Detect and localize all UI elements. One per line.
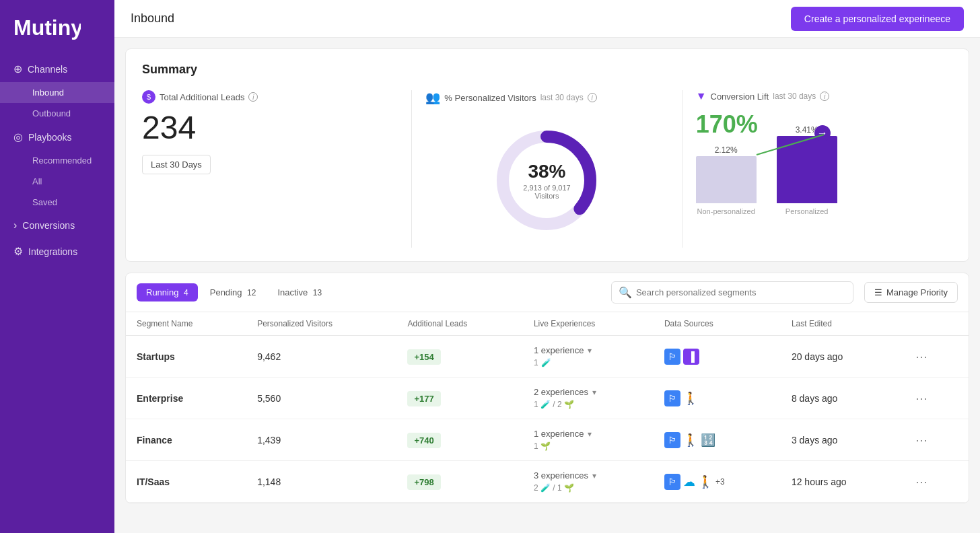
segment-name-startups: Startups bbox=[137, 351, 175, 362]
search-input[interactable] bbox=[636, 287, 846, 297]
sidebar-item-inbound-label: Inbound bbox=[32, 87, 64, 98]
ds-icon-flag-3: 🏳 bbox=[664, 432, 680, 448]
non-personalized-bar bbox=[696, 156, 757, 203]
search-box[interactable]: 🔍 bbox=[611, 281, 853, 304]
metric-personalized-label: 👥 % Personalized Visitors last 30 days i bbox=[425, 90, 668, 105]
sidebar-item-playbooks-label: Playbooks bbox=[28, 132, 72, 143]
tab-inactive[interactable]: Inactive 13 bbox=[268, 283, 331, 301]
tab-running[interactable]: Running 4 bbox=[137, 283, 198, 301]
last-edited-startups: 20 days ago bbox=[781, 336, 900, 378]
table-row: Finance 1,439 +740 1 experience ▾ 1 🌱 bbox=[126, 419, 969, 461]
donut-sub: 2,913 of 9,017 Visitors bbox=[518, 184, 575, 200]
col-live-experiences: Live Experiences bbox=[523, 312, 654, 336]
exp-startups: 1 experience ▾ 1 🧪 bbox=[534, 345, 643, 367]
col-data-sources: Data Sources bbox=[654, 312, 781, 336]
info-icon-3: i bbox=[820, 92, 829, 101]
sidebar-item-inbound[interactable]: Inbound bbox=[0, 82, 114, 103]
ds-icon-person: 🚶 bbox=[683, 391, 698, 406]
info-icon: i bbox=[248, 92, 258, 102]
ds-icon-flag: 🏳 bbox=[664, 349, 680, 365]
channels-icon: ⊕ bbox=[13, 63, 22, 75]
donut-chart: 38% 2,913 of 9,017 Visitors bbox=[425, 113, 668, 248]
list-icon: ☰ bbox=[874, 287, 882, 297]
summary-section: Summary $ Total Additional Leads i 234 L… bbox=[125, 48, 969, 262]
last-edited-itsaas: 12 hours ago bbox=[781, 461, 900, 503]
ds-icon-flag-4: 🏳 bbox=[664, 474, 680, 490]
non-p-label: Non-personalized bbox=[697, 207, 755, 215]
tab-pending[interactable]: Pending 12 bbox=[201, 283, 266, 301]
segments-table: Segment Name Personalized Visitors Addit… bbox=[126, 312, 969, 503]
manage-priority-button[interactable]: ☰ Manage Priority bbox=[864, 282, 958, 303]
ds-itsaas: 🏳 ☁ 🚶 +3 bbox=[664, 474, 770, 490]
people-icon: 👥 bbox=[425, 90, 440, 105]
summary-metrics: $ Total Additional Leads i 234 Last 30 D… bbox=[142, 90, 952, 248]
date-sub: last 30 days bbox=[540, 93, 584, 102]
donut-percentage: 38% bbox=[518, 161, 575, 182]
last-edited-enterprise: 8 days ago bbox=[781, 378, 900, 419]
exp-itsaas: 3 experiences ▾ 2 🧪 / 1 🌱 bbox=[534, 470, 643, 493]
visitors-enterprise: 5,560 bbox=[246, 378, 396, 419]
chevron-down-icon-3: ▾ bbox=[588, 429, 592, 439]
ds-icon-extra: 🔢 bbox=[701, 433, 715, 448]
leads-itsaas: +798 bbox=[407, 474, 440, 490]
leads-enterprise: +177 bbox=[407, 391, 440, 406]
last-edited-finance: 3 days ago bbox=[781, 419, 900, 461]
sidebar-item-recommended[interactable]: Recommended bbox=[0, 150, 114, 171]
plus-count: +3 bbox=[715, 477, 725, 487]
more-button-enterprise[interactable]: ⋯ bbox=[910, 388, 933, 408]
metric-conversion-lift: ▼ Conversion Lift last 30 days i 170% 2.… bbox=[682, 90, 952, 248]
col-segment-name: Segment Name bbox=[126, 312, 246, 336]
ds-icon-flag-2: 🏳 bbox=[664, 390, 680, 406]
visitors-finance: 1,439 bbox=[246, 419, 396, 461]
total-leads-value: 234 bbox=[142, 112, 398, 144]
more-button-startups[interactable]: ⋯ bbox=[910, 347, 933, 367]
donut-center: 38% 2,913 of 9,017 Visitors bbox=[518, 161, 575, 200]
ds-icon-person-3: 🚶 bbox=[698, 474, 713, 489]
create-experience-button[interactable]: Create a personalized experineece bbox=[791, 7, 964, 31]
summary-title: Summary bbox=[142, 63, 952, 77]
filter-icon: ▼ bbox=[696, 90, 707, 102]
sidebar-item-outbound[interactable]: Outbound bbox=[0, 103, 114, 124]
ds-icon-salesforce: ☁ bbox=[683, 474, 695, 489]
non-p-pct: 2.12% bbox=[715, 145, 738, 155]
col-personalized-visitors: Personalized Visitors bbox=[246, 312, 396, 336]
lift-date-sub: last 30 days bbox=[773, 92, 816, 101]
ds-enterprise: 🏳 🚶 bbox=[664, 390, 770, 406]
segment-name-itsaas: IT/Saas bbox=[137, 476, 170, 487]
ds-icon-person-2: 🚶 bbox=[683, 433, 698, 448]
metric-total-leads-label: $ Total Additional Leads i bbox=[142, 90, 398, 104]
svg-text:Mutiny: Mutiny bbox=[13, 15, 81, 40]
sidebar-item-playbooks[interactable]: ◎ Playbooks bbox=[0, 124, 114, 150]
sidebar-item-channels[interactable]: ⊕ Channels bbox=[0, 56, 114, 82]
leads-finance: +740 bbox=[407, 433, 440, 448]
sidebar-item-all[interactable]: All bbox=[0, 171, 114, 192]
table-row: Enterprise 5,560 +177 2 experiences ▾ 1 … bbox=[126, 378, 969, 419]
exp-enterprise: 2 experiences ▾ 1 🧪 / 2 🌱 bbox=[534, 387, 643, 409]
last-30-days-button[interactable]: Last 30 Days bbox=[142, 155, 211, 174]
sidebar-item-outbound-label: Outbound bbox=[32, 108, 71, 118]
segments-toolbar: Running 4 Pending 12 Inactive 13 🔍 ☰ Man… bbox=[126, 273, 969, 312]
leads-startups: +154 bbox=[407, 349, 440, 365]
metric-conversion-label: ▼ Conversion Lift last 30 days i bbox=[696, 90, 939, 102]
sidebar-item-integrations[interactable]: ⚙ Integrations bbox=[0, 238, 114, 264]
main-content: Inbound Create a personalized experineec… bbox=[114, 0, 980, 533]
pending-badge: 12 bbox=[247, 288, 256, 297]
more-button-itsaas[interactable]: ⋯ bbox=[910, 472, 933, 492]
chevron-down-icon: ▾ bbox=[588, 346, 592, 355]
table-row: IT/Saas 1,148 +798 3 experiences ▾ 2 🧪 /… bbox=[126, 461, 969, 503]
sidebar-item-saved[interactable]: Saved bbox=[0, 192, 114, 213]
header: Inbound Create a personalized experineec… bbox=[114, 0, 980, 38]
sidebar-item-saved-label: Saved bbox=[32, 197, 57, 207]
tab-group: Running 4 Pending 12 Inactive 13 bbox=[137, 283, 331, 301]
sidebar-item-conversions[interactable]: › Conversions bbox=[0, 213, 114, 238]
more-button-finance[interactable]: ⋯ bbox=[910, 430, 933, 450]
table-row: Startups 9,462 +154 1 experience ▾ 1 🧪 bbox=[126, 336, 969, 378]
search-icon: 🔍 bbox=[619, 286, 632, 299]
sidebar-item-conversions-label: Conversions bbox=[22, 220, 75, 231]
segment-name-finance: Finance bbox=[137, 435, 172, 446]
visitors-startups: 9,462 bbox=[246, 336, 396, 378]
chevron-down-icon-4: ▾ bbox=[592, 471, 596, 481]
page-title: Inbound bbox=[131, 11, 174, 26]
sidebar-item-recommended-label: Recommended bbox=[32, 155, 92, 166]
metric-total-leads: $ Total Additional Leads i 234 Last 30 D… bbox=[142, 90, 412, 248]
